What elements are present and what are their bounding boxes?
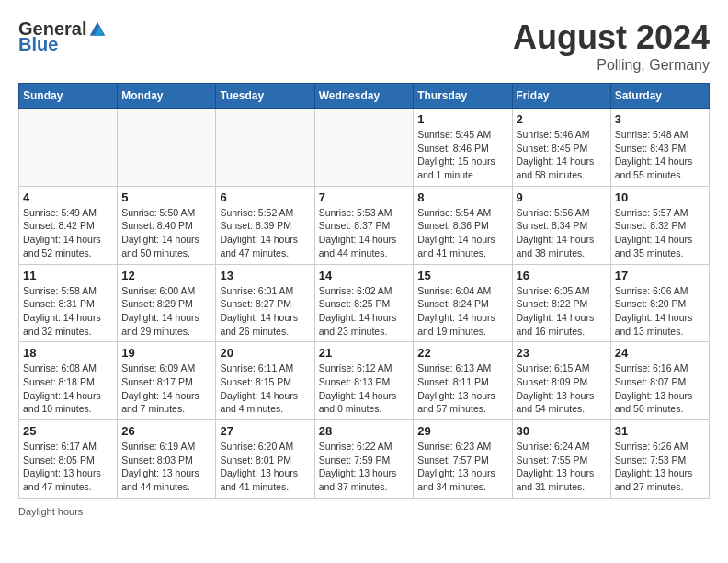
calendar-header-monday: Monday xyxy=(118,84,216,109)
calendar-cell: 6Sunrise: 5:52 AM Sunset: 8:39 PM Daylig… xyxy=(216,186,314,264)
day-info: Sunrise: 6:00 AM Sunset: 8:29 PM Dayligh… xyxy=(121,284,211,339)
day-info: Sunrise: 5:45 AM Sunset: 8:46 PM Dayligh… xyxy=(417,128,507,182)
calendar-header-friday: Friday xyxy=(512,84,610,109)
day-info: Sunrise: 6:23 AM Sunset: 7:57 PM Dayligh… xyxy=(417,440,507,494)
day-number: 29 xyxy=(417,424,507,438)
calendar-cell: 7Sunrise: 5:53 AM Sunset: 8:37 PM Daylig… xyxy=(314,186,414,264)
day-info: Sunrise: 5:56 AM Sunset: 8:34 PM Dayligh… xyxy=(517,206,607,260)
calendar-cell: 26Sunrise: 6:19 AM Sunset: 8:03 PM Dayli… xyxy=(118,420,216,499)
day-info: Sunrise: 6:16 AM Sunset: 8:07 PM Dayligh… xyxy=(615,362,705,416)
calendar-header-row: SundayMondayTuesdayWednesdayThursdayFrid… xyxy=(19,84,710,109)
calendar-cell: 22Sunrise: 6:13 AM Sunset: 8:11 PM Dayli… xyxy=(414,342,512,420)
day-number: 28 xyxy=(319,424,410,438)
title-area: August 2024 Polling, Germany xyxy=(513,18,710,74)
day-number: 2 xyxy=(517,112,607,126)
page-header: General Blue August 2024 Polling, German… xyxy=(18,18,710,74)
calendar-week-1: 1Sunrise: 5:45 AM Sunset: 8:46 PM Daylig… xyxy=(19,109,710,187)
calendar-cell: 29Sunrise: 6:23 AM Sunset: 7:57 PM Dayli… xyxy=(414,420,512,499)
logo-icon xyxy=(88,20,107,39)
day-info: Sunrise: 5:46 AM Sunset: 8:45 PM Dayligh… xyxy=(517,128,607,182)
day-info: Sunrise: 6:04 AM Sunset: 8:24 PM Dayligh… xyxy=(417,284,507,339)
day-number: 21 xyxy=(319,346,410,360)
day-number: 13 xyxy=(220,269,310,282)
calendar-header-tuesday: Tuesday xyxy=(216,84,314,109)
calendar-week-3: 11Sunrise: 5:58 AM Sunset: 8:31 PM Dayli… xyxy=(19,264,710,342)
day-info: Sunrise: 6:19 AM Sunset: 8:03 PM Dayligh… xyxy=(121,440,211,494)
day-info: Sunrise: 6:24 AM Sunset: 7:55 PM Dayligh… xyxy=(517,440,607,494)
day-number: 1 xyxy=(417,112,507,126)
calendar-week-2: 4Sunrise: 5:49 AM Sunset: 8:42 PM Daylig… xyxy=(19,186,710,264)
day-number: 6 xyxy=(220,190,310,204)
day-number: 26 xyxy=(121,424,211,438)
calendar-cell: 16Sunrise: 6:05 AM Sunset: 8:22 PM Dayli… xyxy=(512,264,610,342)
calendar-cell: 12Sunrise: 6:00 AM Sunset: 8:29 PM Dayli… xyxy=(118,264,216,342)
day-number: 12 xyxy=(121,269,211,282)
calendar-cell: 31Sunrise: 6:26 AM Sunset: 7:53 PM Dayli… xyxy=(610,420,709,499)
day-info: Sunrise: 6:11 AM Sunset: 8:15 PM Dayligh… xyxy=(220,362,310,416)
day-number: 19 xyxy=(121,346,211,360)
daylight-hours-label: Daylight hours xyxy=(18,506,83,517)
day-info: Sunrise: 5:54 AM Sunset: 8:36 PM Dayligh… xyxy=(417,206,507,260)
logo: General Blue xyxy=(18,18,107,55)
day-number: 20 xyxy=(220,346,310,360)
calendar-cell: 27Sunrise: 6:20 AM Sunset: 8:01 PM Dayli… xyxy=(216,420,314,499)
calendar-cell: 17Sunrise: 6:06 AM Sunset: 8:20 PM Dayli… xyxy=(610,264,709,342)
day-info: Sunrise: 5:48 AM Sunset: 8:43 PM Dayligh… xyxy=(615,128,705,182)
day-info: Sunrise: 6:20 AM Sunset: 8:01 PM Dayligh… xyxy=(220,440,310,494)
calendar-cell: 18Sunrise: 6:08 AM Sunset: 8:18 PM Dayli… xyxy=(19,342,118,420)
calendar-cell xyxy=(118,109,216,187)
day-info: Sunrise: 6:12 AM Sunset: 8:13 PM Dayligh… xyxy=(319,362,410,416)
day-number: 27 xyxy=(220,424,310,438)
day-number: 25 xyxy=(23,424,113,438)
month-title: August 2024 xyxy=(513,18,710,57)
day-number: 14 xyxy=(319,269,410,282)
calendar-header-saturday: Saturday xyxy=(610,84,709,109)
calendar-cell: 11Sunrise: 5:58 AM Sunset: 8:31 PM Dayli… xyxy=(19,264,118,342)
calendar-week-5: 25Sunrise: 6:17 AM Sunset: 8:05 PM Dayli… xyxy=(19,420,710,499)
day-number: 7 xyxy=(319,190,410,204)
calendar-cell: 21Sunrise: 6:12 AM Sunset: 8:13 PM Dayli… xyxy=(314,342,414,420)
calendar-cell: 1Sunrise: 5:45 AM Sunset: 8:46 PM Daylig… xyxy=(414,109,512,187)
day-info: Sunrise: 6:17 AM Sunset: 8:05 PM Dayligh… xyxy=(23,440,113,494)
day-number: 17 xyxy=(615,269,705,282)
day-info: Sunrise: 6:09 AM Sunset: 8:17 PM Dayligh… xyxy=(121,362,211,416)
day-number: 9 xyxy=(517,190,607,204)
calendar-cell: 30Sunrise: 6:24 AM Sunset: 7:55 PM Dayli… xyxy=(512,420,610,499)
calendar-cell: 5Sunrise: 5:50 AM Sunset: 8:40 PM Daylig… xyxy=(118,186,216,264)
day-number: 15 xyxy=(417,269,507,282)
calendar-cell: 20Sunrise: 6:11 AM Sunset: 8:15 PM Dayli… xyxy=(216,342,314,420)
calendar-cell: 4Sunrise: 5:49 AM Sunset: 8:42 PM Daylig… xyxy=(19,186,118,264)
day-info: Sunrise: 6:05 AM Sunset: 8:22 PM Dayligh… xyxy=(517,284,607,339)
day-number: 30 xyxy=(517,424,607,438)
day-info: Sunrise: 5:52 AM Sunset: 8:39 PM Dayligh… xyxy=(220,206,310,260)
day-info: Sunrise: 5:57 AM Sunset: 8:32 PM Dayligh… xyxy=(615,206,705,260)
footer-note: Daylight hours xyxy=(18,506,710,517)
calendar-week-4: 18Sunrise: 6:08 AM Sunset: 8:18 PM Dayli… xyxy=(19,342,710,420)
location-label: Polling, Germany xyxy=(513,57,710,74)
calendar-cell: 9Sunrise: 5:56 AM Sunset: 8:34 PM Daylig… xyxy=(512,186,610,264)
day-info: Sunrise: 5:50 AM Sunset: 8:40 PM Dayligh… xyxy=(121,206,211,260)
calendar-header-thursday: Thursday xyxy=(414,84,512,109)
day-number: 18 xyxy=(23,346,113,360)
day-info: Sunrise: 5:58 AM Sunset: 8:31 PM Dayligh… xyxy=(23,284,113,339)
day-number: 31 xyxy=(615,424,705,438)
day-number: 10 xyxy=(615,190,705,204)
calendar-cell: 13Sunrise: 6:01 AM Sunset: 8:27 PM Dayli… xyxy=(216,264,314,342)
day-info: Sunrise: 5:53 AM Sunset: 8:37 PM Dayligh… xyxy=(319,206,410,260)
calendar-cell xyxy=(216,109,314,187)
day-number: 3 xyxy=(615,112,705,126)
day-info: Sunrise: 6:06 AM Sunset: 8:20 PM Dayligh… xyxy=(615,284,705,339)
calendar-cell: 19Sunrise: 6:09 AM Sunset: 8:17 PM Dayli… xyxy=(118,342,216,420)
calendar-cell: 23Sunrise: 6:15 AM Sunset: 8:09 PM Dayli… xyxy=(512,342,610,420)
calendar-cell: 10Sunrise: 5:57 AM Sunset: 8:32 PM Dayli… xyxy=(610,186,709,264)
calendar-cell: 3Sunrise: 5:48 AM Sunset: 8:43 PM Daylig… xyxy=(610,109,709,187)
day-number: 4 xyxy=(23,190,113,204)
day-info: Sunrise: 6:13 AM Sunset: 8:11 PM Dayligh… xyxy=(417,362,507,416)
calendar-cell xyxy=(314,109,414,187)
calendar-cell: 28Sunrise: 6:22 AM Sunset: 7:59 PM Dayli… xyxy=(314,420,414,499)
calendar-cell: 25Sunrise: 6:17 AM Sunset: 8:05 PM Dayli… xyxy=(19,420,118,499)
day-number: 23 xyxy=(517,346,607,360)
day-info: Sunrise: 6:26 AM Sunset: 7:53 PM Dayligh… xyxy=(615,440,705,494)
day-number: 22 xyxy=(417,346,507,360)
calendar-cell: 15Sunrise: 6:04 AM Sunset: 8:24 PM Dayli… xyxy=(414,264,512,342)
